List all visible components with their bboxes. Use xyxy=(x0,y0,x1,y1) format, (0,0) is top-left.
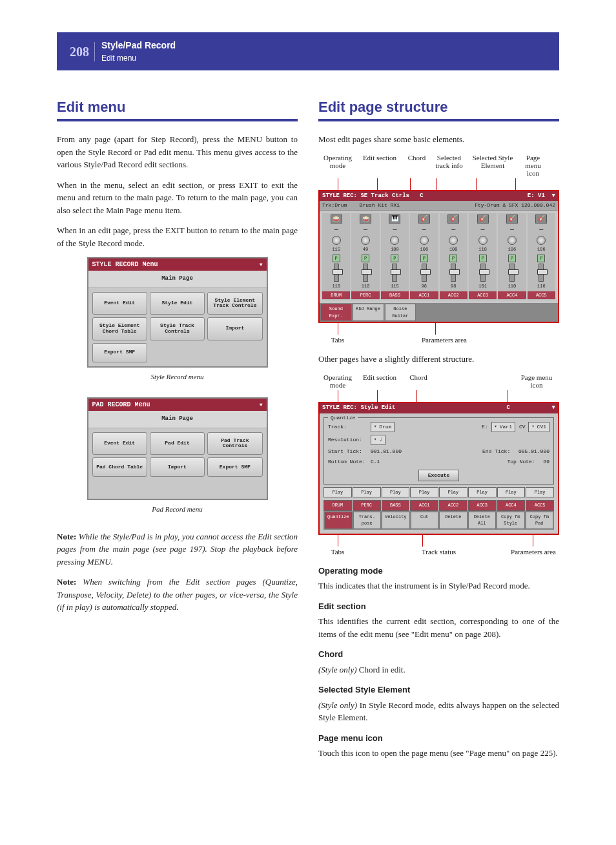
tab[interactable]: Trans-pose xyxy=(353,512,382,529)
tab[interactable]: Sound Expr. xyxy=(320,304,352,321)
tab[interactable]: Velocity xyxy=(382,512,410,529)
screenshot-mixer: STYLE REC: SE Track Ctrls C E: V1 ▼ Trk:… xyxy=(318,190,559,324)
expression-knob[interactable] xyxy=(420,236,429,245)
tab[interactable]: Noise Guitar xyxy=(385,304,416,321)
end-tick-value[interactable]: 005.01.000 xyxy=(518,448,549,455)
field-label: Start Tick: xyxy=(328,448,367,455)
menu-btn-se-track-controls[interactable]: Style Element Track Controls xyxy=(207,292,262,315)
play-cell[interactable]: Play xyxy=(468,487,497,498)
left-column: Edit menu From any page (apart for Step … xyxy=(57,96,298,767)
field-label: End Tick: xyxy=(482,448,515,455)
play-indicator[interactable]: P xyxy=(449,255,457,263)
heading-edit-menu: Edit menu xyxy=(57,96,298,118)
page-menu-icon[interactable]: ▼ xyxy=(260,401,263,409)
play-indicator[interactable]: P xyxy=(362,255,369,263)
play-cell[interactable]: Play xyxy=(497,487,526,498)
caption: Style Record menu xyxy=(57,371,298,382)
play-indicator[interactable]: P xyxy=(537,255,545,263)
groupbox-title: Quantize xyxy=(328,414,358,422)
menu-btn-event-edit[interactable]: Event Edit xyxy=(92,292,147,315)
page-number: 208 xyxy=(57,42,95,61)
fader-value: 110 xyxy=(508,283,517,290)
track-name: ACC1 xyxy=(410,500,438,511)
volume-fader[interactable] xyxy=(509,264,515,282)
tab[interactable]: Kbd Range xyxy=(353,304,384,321)
volume-fader[interactable] xyxy=(392,264,397,282)
menu-btn-pad-edit[interactable]: Pad Edit xyxy=(150,432,205,455)
play-indicator[interactable]: P xyxy=(479,255,487,263)
volume-fader[interactable] xyxy=(334,264,339,282)
expression-knob[interactable] xyxy=(537,236,546,245)
menu-btn-style-track-controls[interactable]: Style Track Controls xyxy=(150,317,205,340)
play-cell[interactable]: Play xyxy=(410,487,438,498)
play-cell[interactable]: Play xyxy=(382,487,410,498)
menu-btn-export-smf[interactable]: Export SMF xyxy=(92,343,147,362)
mixer-track[interactable]: 🎸—106P116ACC5 xyxy=(528,213,555,300)
instrument-icon: 🎸 xyxy=(477,214,489,224)
mixer-track[interactable]: 🎸—106P98ACC1 xyxy=(410,213,438,300)
expression-knob[interactable] xyxy=(361,236,370,245)
menu-btn-import[interactable]: Import xyxy=(207,317,262,340)
track-name: PERC xyxy=(353,500,381,511)
callout-label: Page menu icon xyxy=(518,154,548,177)
play-cell[interactable]: Play xyxy=(526,487,554,498)
menu-btn-import[interactable]: Import xyxy=(150,457,205,477)
tab[interactable]: Delete All xyxy=(468,512,497,529)
tab[interactable]: Cut xyxy=(411,512,439,529)
bottom-note-value[interactable]: C-1 xyxy=(371,458,380,466)
mixer-track[interactable]: 🥁—115P110DRUM xyxy=(322,213,350,300)
volume-fader[interactable] xyxy=(422,264,427,282)
start-tick-value[interactable]: 001.01.000 xyxy=(371,448,402,455)
expression-knob[interactable] xyxy=(449,236,458,245)
play-indicator[interactable]: P xyxy=(420,255,428,263)
track-name: ACC2 xyxy=(440,291,467,300)
main-page-item[interactable]: Main Page xyxy=(88,271,267,288)
track-dropdown[interactable]: Drum xyxy=(371,422,395,432)
play-cell[interactable]: Play xyxy=(439,487,467,498)
play-indicator[interactable]: P xyxy=(391,255,398,263)
volume-fader[interactable] xyxy=(539,264,544,282)
menu-btn-pad-chord-table[interactable]: Pad Chord Table xyxy=(92,457,147,477)
menu-btn-pad-track-controls[interactable]: Pad Track Controls xyxy=(207,432,262,455)
tab[interactable]: Copy fm Pad xyxy=(526,512,554,529)
cv-dropdown[interactable]: CV1 xyxy=(528,422,549,432)
play-indicator[interactable]: P xyxy=(333,255,340,263)
tab[interactable]: Delete xyxy=(439,512,467,529)
mixer-track[interactable]: 🎹—109P115BASS xyxy=(381,213,409,300)
mixer-track[interactable]: 🎸—106P110ACC4 xyxy=(498,213,526,300)
knob-value: 106 xyxy=(537,246,546,253)
menu-btn-se-chord-table[interactable]: Style Element Chord Table xyxy=(92,317,147,340)
expression-knob[interactable] xyxy=(478,236,488,245)
volume-fader[interactable] xyxy=(480,264,486,282)
play-cell[interactable]: Play xyxy=(323,487,352,498)
fader-value: 98 xyxy=(422,283,427,290)
volume-fader[interactable] xyxy=(451,264,456,282)
mixer-track[interactable]: 🎸—118P101ACC3 xyxy=(469,213,497,300)
track-name: ACC2 xyxy=(439,500,467,511)
volume-fader[interactable] xyxy=(363,264,368,282)
track-name: ACC3 xyxy=(469,291,497,300)
tab[interactable]: Copy fm Style xyxy=(497,512,525,529)
mixer-track[interactable]: 🥁—49P110PERC xyxy=(351,213,379,300)
resolution-dropdown[interactable]: ♩ xyxy=(371,435,385,445)
expression-knob[interactable] xyxy=(508,236,517,245)
e-dropdown[interactable]: Var1 xyxy=(491,422,515,432)
top-note-value[interactable]: G9 xyxy=(543,458,549,466)
instrument-icon: 🎸 xyxy=(506,214,518,224)
page-menu-icon[interactable]: ▼ xyxy=(260,261,263,269)
menu-btn-export-smf[interactable]: Export SMF xyxy=(207,457,262,477)
expression-knob[interactable] xyxy=(332,236,341,245)
play-indicator[interactable]: P xyxy=(508,255,516,263)
expression-knob[interactable] xyxy=(390,236,399,245)
page-header: 208 Style/Pad Record Edit menu xyxy=(57,32,559,70)
caption: Pad Record menu xyxy=(57,504,298,515)
knob-value: 100 xyxy=(449,246,458,253)
tab[interactable]: Quantize xyxy=(324,512,353,529)
mixer-track[interactable]: 🎸—100P98ACC2 xyxy=(440,213,467,300)
menu-btn-event-edit[interactable]: Event Edit xyxy=(92,432,147,455)
menu-btn-style-edit[interactable]: Style Edit xyxy=(150,292,205,315)
main-page-item[interactable]: Main Page xyxy=(88,411,267,428)
play-cell[interactable]: Play xyxy=(353,487,381,498)
execute-button[interactable]: Execute xyxy=(418,470,460,481)
fader-value: 101 xyxy=(478,283,487,290)
